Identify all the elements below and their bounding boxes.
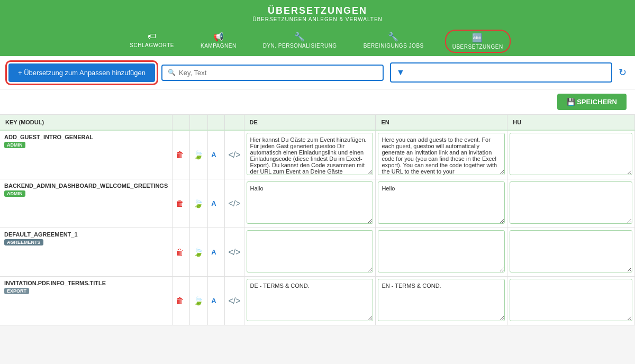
table-row: BACKEND_ADMIN_DASHBOARD_WELCOME_GREETING… [0, 179, 635, 228]
en-cell: EN - TERMS & COND. [376, 277, 507, 325]
leaf-button[interactable]: 🍃 [192, 246, 205, 258]
leaf-cell: 🍃 [190, 130, 208, 179]
nav-item-bereinigung[interactable]: 🔧 BEREINIGUNGS JOBS [358, 30, 429, 53]
module-badge: EXPORT [4, 288, 29, 294]
code-button[interactable]: </> [227, 247, 241, 258]
delete-button[interactable]: 🗑 [175, 247, 185, 258]
en-textarea[interactable]: EN - TERMS & COND. [378, 279, 505, 321]
angular-cell: A [208, 130, 225, 179]
table-header-row: KEY (MODUL) DE EN HU [0, 115, 635, 130]
de-textarea[interactable]: DE - TERMS & COND. [247, 279, 374, 321]
module-badge: ADMIN [4, 142, 25, 148]
angular-cell: A [208, 228, 225, 277]
en-cell: Hello [376, 179, 507, 228]
nav-label-personalisierung: DYN. PERSONALISIERUNG [263, 43, 337, 49]
leaf-button[interactable]: 🍃 [192, 295, 205, 307]
filter-icon: ▼ [396, 68, 405, 77]
hu-cell [507, 130, 635, 179]
col-header-c3 [208, 115, 225, 130]
delete-button[interactable]: 🗑 [175, 295, 185, 307]
de-textarea[interactable]: Hier kannst Du Gäste zum Event hinzufüge… [247, 133, 374, 175]
angular-button[interactable]: A [210, 247, 217, 257]
en-textarea[interactable]: Here you can add guests to the event. Fo… [378, 133, 505, 175]
col-header-c2 [190, 115, 208, 130]
nav-item-kampagnen[interactable]: 📢 KAMPAGNEN [195, 30, 242, 53]
col-header-de: DE [244, 115, 376, 130]
angular-button[interactable]: A [210, 296, 217, 306]
hu-textarea[interactable] [510, 133, 632, 175]
angular-cell: A [208, 277, 225, 325]
en-textarea[interactable] [378, 230, 505, 272]
nav-item-ubersetzungen[interactable]: 🔤 ÜBERSETZUNGEN [445, 30, 511, 53]
col-header-hu: HU [507, 115, 635, 130]
de-textarea[interactable]: Hallo [247, 181, 374, 224]
key-text: INVITATION.PDF.INFO_TERMS.TITLE [4, 280, 106, 286]
module-badge: ADMIN [4, 190, 25, 197]
de-cell: Hallo [244, 179, 376, 228]
save-bar: 💾 SPEICHERN [0, 89, 635, 115]
nav: 🏷 SCHLAGWORTE 📢 KAMPAGNEN 🔧 DYN. PERSONA… [0, 26, 635, 56]
key-text: ADD_GUEST_INTRO_GENERAL [4, 134, 93, 140]
key-cell: ADD_GUEST_INTRO_GENERAL ADMIN [0, 130, 173, 179]
header-subtitle: ÜBERSETZUNGEN ANLEGEN & VERWALTEN [0, 16, 635, 22]
delete-button[interactable]: 🗑 [175, 149, 185, 161]
code-cell: </> [225, 130, 244, 179]
key-cell: DEFAULT_AGREEMENT_1 AGREEMENTS [0, 228, 173, 277]
delete-button[interactable]: 🗑 [175, 198, 185, 210]
code-button[interactable]: </> [227, 149, 241, 161]
key-text: BACKEND_ADMIN_DASHBOARD_WELCOME_GREETING… [4, 183, 168, 189]
personalisierung-icon: 🔧 [294, 32, 305, 42]
hu-cell [507, 228, 635, 277]
hu-textarea[interactable] [510, 279, 632, 321]
delete-cell: 🗑 [173, 228, 190, 277]
delete-cell: 🗑 [173, 130, 190, 179]
translations-table: KEY (MODUL) DE EN HU ADD_GUEST_INTRO_GEN… [0, 115, 635, 325]
en-textarea[interactable]: Hello [378, 181, 505, 224]
angular-cell: A [208, 179, 225, 228]
leaf-cell: 🍃 [190, 228, 208, 277]
table-row: DEFAULT_AGREEMENT_1 AGREEMENTS 🗑 🍃 A </> [0, 228, 635, 277]
search-box: 🔍 [161, 65, 384, 81]
nav-label-ubersetzungen: ÜBERSETZUNGEN [452, 44, 503, 50]
nav-label-schlagworte: SCHLAGWORTE [130, 42, 174, 48]
leaf-button[interactable]: 🍃 [192, 197, 205, 210]
app-container: ÜBERSETZUNGEN ÜBERSETZUNGEN ANLEGEN & VE… [0, 0, 635, 325]
col-header-en: EN [376, 115, 507, 130]
angular-button[interactable]: A [210, 150, 217, 160]
de-cell: DE - TERMS & COND. [244, 277, 376, 325]
schlagworte-icon: 🏷 [148, 32, 157, 41]
nav-item-personalisierung[interactable]: 🔧 DYN. PERSONALISIERUNG [258, 30, 342, 53]
module-badge: AGREEMENTS [4, 239, 43, 245]
filter-box[interactable]: ▼ [390, 62, 612, 83]
search-icon: 🔍 [168, 69, 176, 76]
save-button[interactable]: 💾 SPEICHERN [557, 94, 627, 110]
leaf-cell: 🍃 [190, 179, 208, 228]
col-header-key: KEY (MODUL) [0, 115, 173, 130]
bereinigung-icon: 🔧 [388, 32, 399, 42]
refresh-button[interactable]: ↻ [619, 67, 627, 78]
code-cell: </> [225, 228, 244, 277]
hu-textarea[interactable] [510, 181, 632, 224]
col-header-c4 [225, 115, 244, 130]
key-text: DEFAULT_AGREEMENT_1 [4, 231, 78, 238]
key-cell: INVITATION.PDF.INFO_TERMS.TITLE EXPORT [0, 277, 173, 325]
code-button[interactable]: </> [227, 198, 241, 210]
code-cell: </> [225, 277, 244, 325]
de-textarea[interactable] [247, 230, 374, 272]
hu-textarea[interactable] [510, 230, 632, 272]
table-container: KEY (MODUL) DE EN HU ADD_GUEST_INTRO_GEN… [0, 115, 635, 325]
en-cell [376, 228, 507, 277]
nav-label-bereinigung: BEREINIGUNGS JOBS [364, 43, 424, 49]
en-cell: Here you can add guests to the event. Fo… [376, 130, 507, 179]
toolbar: + Übersetzung zum Anpassen hinzufügen 🔍 … [0, 56, 635, 89]
angular-button[interactable]: A [210, 198, 217, 208]
search-input[interactable] [179, 69, 377, 77]
hu-cell [507, 277, 635, 325]
nav-item-schlagworte[interactable]: 🏷 SCHLAGWORTE [124, 30, 179, 53]
add-translation-button[interactable]: + Übersetzung zum Anpassen hinzufügen [8, 63, 155, 82]
delete-cell: 🗑 [173, 179, 190, 228]
hu-cell [507, 179, 635, 228]
leaf-button[interactable]: 🍃 [192, 149, 205, 161]
header-title: ÜBERSETZUNGEN [0, 5, 635, 16]
code-button[interactable]: </> [227, 295, 241, 307]
